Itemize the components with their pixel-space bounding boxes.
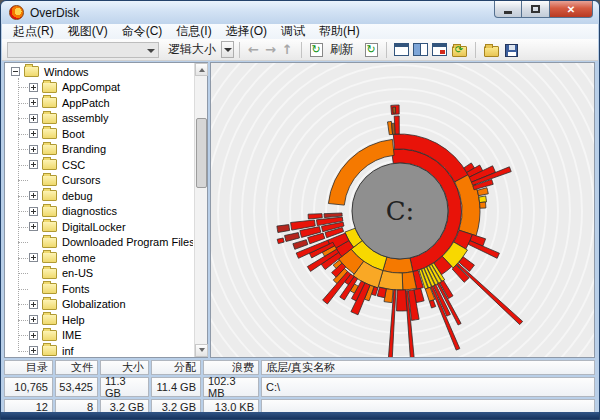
refresh-page-button[interactable]: ↻ xyxy=(365,43,378,57)
refresh-button[interactable]: ↻ xyxy=(310,43,323,57)
expand-toggle[interactable] xyxy=(29,114,38,123)
overdisk-window: OverDisk ✕ 起点(R)视图(V)命令(C)信息(I)选择(O)调试帮助… xyxy=(0,0,600,420)
size-mode-arrow-button[interactable] xyxy=(221,41,234,58)
tree-item-diagnostics[interactable]: diagnostics xyxy=(5,204,193,220)
expand-toggle[interactable] xyxy=(29,315,38,324)
tree-guide xyxy=(18,211,28,212)
chart-segment[interactable] xyxy=(393,107,396,113)
tree-item-AppPatch[interactable]: AppPatch xyxy=(5,95,193,111)
chevron-down-icon xyxy=(147,49,155,57)
menu-item-6[interactable]: 帮助(H) xyxy=(312,24,367,39)
menu-item-5[interactable]: 调试 xyxy=(274,24,312,39)
tree-item-Branding[interactable]: Branding xyxy=(5,142,193,158)
status-value-r0-c4: 102.3 MB xyxy=(203,377,259,397)
title-bar[interactable]: OverDisk ✕ xyxy=(1,1,599,24)
minimize-button[interactable] xyxy=(494,1,522,18)
menu-item-3[interactable]: 信息(I) xyxy=(169,24,218,39)
expand-toggle[interactable] xyxy=(29,331,38,340)
scroll-up-button[interactable] xyxy=(195,63,208,76)
chart-segment[interactable] xyxy=(457,263,523,324)
menu-item-1[interactable]: 视图(V) xyxy=(61,24,115,39)
folder-icon xyxy=(42,190,57,201)
chart-segment[interactable] xyxy=(477,188,488,196)
tree-item-AppCompat[interactable]: AppCompat xyxy=(5,80,193,96)
up-button[interactable]: ↑ xyxy=(279,40,296,60)
chart-segment[interactable] xyxy=(324,213,342,218)
expand-toggle[interactable] xyxy=(29,253,38,262)
folder-icon xyxy=(42,206,57,217)
expand-toggle[interactable] xyxy=(29,83,38,92)
back-button[interactable]: ← xyxy=(245,40,262,60)
tree-item-CSC[interactable]: CSC xyxy=(5,157,193,173)
chart-segment[interactable] xyxy=(394,116,399,134)
tree-item-label: CSC xyxy=(62,159,85,171)
tree-item-label: DigitalLocker xyxy=(62,221,126,233)
expand-toggle[interactable] xyxy=(29,191,38,200)
menu-item-0[interactable]: 起点(R) xyxy=(6,24,61,39)
chart-segment[interactable] xyxy=(277,225,290,233)
size-mode-dropdown[interactable]: 逻辑大小 xyxy=(165,41,219,58)
tree-item-label: Globalization xyxy=(62,298,126,310)
tree-guide xyxy=(18,320,28,321)
maximize-button[interactable] xyxy=(522,1,549,18)
chart-segment[interactable] xyxy=(383,257,413,273)
chart-segment[interactable] xyxy=(377,287,386,297)
save-icon[interactable] xyxy=(505,44,518,57)
expand-toggle[interactable] xyxy=(29,98,38,107)
app-icon xyxy=(9,5,24,20)
expand-toggle[interactable] xyxy=(11,67,20,76)
tree-item-Windows[interactable]: Windows xyxy=(5,64,193,80)
tree-item-Globalization[interactable]: Globalization xyxy=(5,297,193,313)
scroll-down-button[interactable] xyxy=(195,344,208,357)
tree-item-DigitalLocker[interactable]: DigitalLocker xyxy=(5,219,193,235)
tree-item-Help[interactable]: Help xyxy=(5,312,193,328)
tree-item-en-US[interactable]: en-US xyxy=(5,266,193,282)
tree-item-label: Downloaded Program Files xyxy=(62,236,193,248)
status-header-0: 目录 xyxy=(4,360,53,375)
menu-item-2[interactable]: 命令(C) xyxy=(115,24,170,39)
tree-item-Cursors[interactable]: Cursors xyxy=(5,173,193,189)
forward-button[interactable]: → xyxy=(262,40,279,60)
expand-toggle[interactable] xyxy=(29,145,38,154)
chart-segment[interactable] xyxy=(308,214,322,219)
close-button[interactable]: ✕ xyxy=(549,1,593,18)
tree-item-label: assembly xyxy=(62,112,108,124)
sunburst-chart[interactable]: C: xyxy=(211,63,594,357)
maximize-icon xyxy=(531,5,540,13)
chart-segment[interactable] xyxy=(480,202,486,208)
tree-item-ehome[interactable]: ehome xyxy=(5,250,193,266)
expand-toggle[interactable] xyxy=(29,222,38,231)
chart-segment[interactable] xyxy=(397,290,408,311)
tree-item-Downloaded-Program-Files[interactable]: Downloaded Program Files xyxy=(5,235,193,251)
tree-scrollbar[interactable] xyxy=(194,63,207,357)
tree-guide xyxy=(18,258,28,259)
tree-item-inf[interactable]: inf xyxy=(5,343,193,357)
chart-segment[interactable] xyxy=(285,233,300,242)
layout-single-icon[interactable] xyxy=(394,43,409,56)
open-folder-icon[interactable] xyxy=(484,46,499,57)
expand-toggle[interactable] xyxy=(29,300,38,309)
chart-segment[interactable] xyxy=(277,238,284,244)
tree-item-debug[interactable]: debug xyxy=(5,188,193,204)
tree-item-IME[interactable]: IME xyxy=(5,328,193,344)
tree-item-assembly[interactable]: assembly xyxy=(5,111,193,127)
chart-segment[interactable] xyxy=(479,196,487,203)
folder-icon xyxy=(42,113,57,124)
expand-toggle[interactable] xyxy=(29,160,38,169)
menu-item-4[interactable]: 选择(O) xyxy=(219,24,274,39)
path-combobox[interactable] xyxy=(7,42,159,58)
layout-split-icon[interactable] xyxy=(413,43,428,56)
folder-recycle-icon[interactable]: ⟳ xyxy=(452,46,467,57)
tree-item-Boot[interactable]: Boot xyxy=(5,126,193,142)
folder-icon xyxy=(42,237,57,248)
chart-segment[interactable] xyxy=(429,300,435,308)
tree-item-Fonts[interactable]: Fonts xyxy=(5,281,193,297)
expand-toggle[interactable] xyxy=(29,346,38,355)
refresh-label[interactable]: 刷新 xyxy=(330,41,354,58)
scrollbar-thumb[interactable] xyxy=(196,118,207,188)
tree-guide xyxy=(18,227,28,228)
folder-icon xyxy=(42,330,57,341)
expand-toggle[interactable] xyxy=(29,129,38,138)
expand-toggle[interactable] xyxy=(29,207,38,216)
layout-detail-icon[interactable] xyxy=(432,43,447,56)
